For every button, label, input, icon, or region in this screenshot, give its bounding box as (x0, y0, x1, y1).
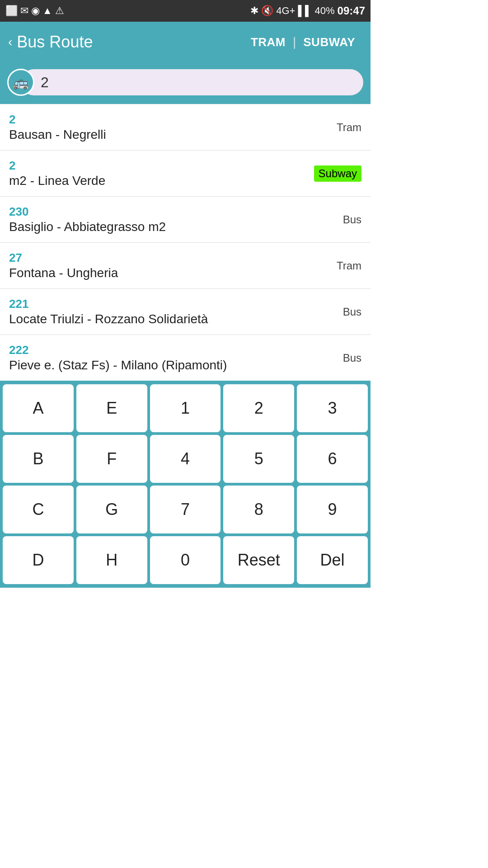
search-input[interactable]: 2 (21, 69, 363, 95)
result-name: Bausan - Negrelli (9, 127, 331, 142)
result-number: 27 (9, 251, 331, 265)
result-item-left: 221Locate Triulzi - Rozzano Solidarietà (9, 297, 338, 326)
key-9[interactable]: 9 (297, 486, 368, 533)
keyboard: AE123BF456CG789DH0ResetDel (0, 381, 371, 588)
status-right: ✱ 🔇 4G+ ▌▌ 40% 09:47 (250, 5, 365, 17)
search-bar: 🚌 2 (0, 62, 371, 104)
header-nav: TRAM | SUBWAY (244, 32, 362, 53)
result-type: Bus (343, 306, 361, 318)
key-h[interactable]: H (76, 536, 147, 584)
results-list: 2Bausan - NegrelliTram2m2 - Linea VerdeS… (0, 104, 371, 381)
battery-level: 40% (315, 5, 335, 17)
list-item[interactable]: 27Fontana - UngheriaTram (0, 243, 371, 289)
bus-icon: 🚌 (13, 75, 29, 90)
key-a[interactable]: A (3, 384, 74, 432)
result-item-left: 2Bausan - Negrelli (9, 113, 331, 142)
status-warning-icon: ⚠ (55, 5, 64, 17)
keyboard-row: BF456 (3, 435, 368, 483)
result-number: 222 (9, 343, 338, 357)
status-left: ⬜ ✉ ◉ ▲ ⚠ (5, 5, 64, 17)
keyboard-row: AE123 (3, 384, 368, 432)
status-bluetooth-icon: ✱ (250, 5, 258, 17)
key-1[interactable]: 1 (150, 384, 221, 432)
key-g[interactable]: G (76, 486, 147, 533)
key-3[interactable]: 3 (297, 384, 368, 432)
key-7[interactable]: 7 (150, 486, 221, 533)
list-item[interactable]: 222Pieve e. (Staz Fs) - Milano (Ripamont… (0, 335, 371, 381)
result-number: 230 (9, 205, 338, 219)
list-item[interactable]: 2Bausan - NegrelliTram (0, 104, 371, 151)
status-network-icon: 4G+ (276, 5, 295, 17)
subway-nav-button[interactable]: SUBWAY (296, 32, 362, 53)
list-item[interactable]: 2m2 - Linea VerdeSubway (0, 151, 371, 197)
result-number: 2 (9, 159, 309, 173)
key-2[interactable]: 2 (223, 384, 294, 432)
status-gmail-icon: ✉ (20, 5, 28, 17)
key-d[interactable]: D (3, 536, 74, 584)
app-header: ‹ Bus Route TRAM | SUBWAY (0, 22, 371, 62)
status-bar: ⬜ ✉ ◉ ▲ ⚠ ✱ 🔇 4G+ ▌▌ 40% 09:47 (0, 0, 371, 22)
keyboard-row: CG789 (3, 486, 368, 533)
result-type: Tram (337, 121, 361, 134)
status-time: 09:47 (338, 5, 365, 17)
key-del[interactable]: Del (297, 536, 368, 584)
result-number: 2 (9, 113, 331, 127)
key-4[interactable]: 4 (150, 435, 221, 483)
list-item[interactable]: 221Locate Triulzi - Rozzano SolidarietàB… (0, 289, 371, 335)
status-signal-icon: ▌▌ (298, 5, 312, 17)
page-title: Bus Route (17, 33, 244, 52)
key-6[interactable]: 6 (297, 435, 368, 483)
result-name: Locate Triulzi - Rozzano Solidarietà (9, 312, 338, 326)
result-type: Tram (337, 259, 361, 272)
key-reset[interactable]: Reset (223, 536, 294, 584)
result-number: 221 (9, 297, 338, 311)
key-f[interactable]: F (76, 435, 147, 483)
status-screenshot-icon: ⬜ (5, 5, 18, 17)
back-button[interactable]: ‹ (8, 35, 12, 49)
status-wifi-icon: ▲ (42, 5, 52, 17)
keyboard-row: DH0ResetDel (3, 536, 368, 584)
list-item[interactable]: 230Basiglio - Abbiategrasso m2Bus (0, 197, 371, 243)
key-5[interactable]: 5 (223, 435, 294, 483)
result-type: Subway (314, 165, 361, 182)
bus-icon-circle: 🚌 (7, 69, 34, 96)
result-item-left: 230Basiglio - Abbiategrasso m2 (9, 205, 338, 234)
result-item-left: 2m2 - Linea Verde (9, 159, 309, 188)
result-item-left: 27Fontana - Ungheria (9, 251, 331, 280)
result-name: Basiglio - Abbiategrasso m2 (9, 220, 338, 234)
result-name: Pieve e. (Staz Fs) - Milano (Ripamonti) (9, 358, 338, 373)
key-b[interactable]: B (3, 435, 74, 483)
status-mute-icon: 🔇 (261, 5, 273, 17)
status-chrome-icon: ◉ (31, 5, 40, 17)
key-0[interactable]: 0 (150, 536, 221, 584)
key-c[interactable]: C (3, 486, 74, 533)
result-name: Fontana - Ungheria (9, 266, 331, 280)
key-8[interactable]: 8 (223, 486, 294, 533)
key-e[interactable]: E (76, 384, 147, 432)
tram-nav-button[interactable]: TRAM (244, 32, 293, 53)
result-type: Bus (343, 213, 361, 226)
result-item-left: 222Pieve e. (Staz Fs) - Milano (Ripamont… (9, 343, 338, 373)
header-nav-divider: | (293, 35, 296, 49)
search-query: 2 (41, 74, 49, 91)
result-type: Bus (343, 352, 361, 364)
result-name: m2 - Linea Verde (9, 174, 309, 188)
